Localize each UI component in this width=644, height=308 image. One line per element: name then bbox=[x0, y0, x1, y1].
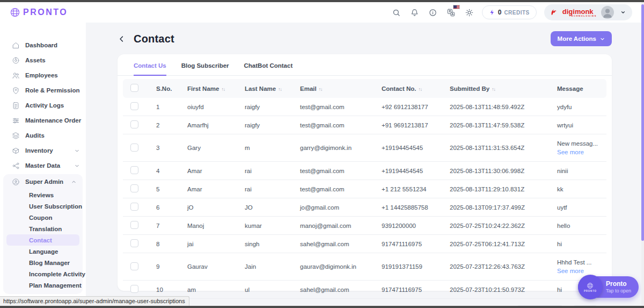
row-checkbox[interactable] bbox=[130, 166, 138, 174]
sidebar-item-audits[interactable]: Audits bbox=[0, 128, 86, 143]
cell-sno: 9 bbox=[149, 253, 180, 281]
more-actions-button[interactable]: More Actions bbox=[551, 31, 612, 46]
sidebar-item-activity-logs[interactable]: Activity Logs bbox=[0, 98, 86, 113]
sidebar-subitem-contact[interactable]: Contact bbox=[6, 234, 79, 246]
column-header[interactable]: Submitted By↑↓ bbox=[442, 79, 550, 98]
tab-blog-subscriber[interactable]: Blog Subscriber bbox=[181, 62, 229, 76]
sidebar-item-role-permission[interactable]: Role & Permission bbox=[0, 83, 86, 98]
chevron-down-icon[interactable] bbox=[618, 8, 628, 17]
cell-contact: +19194454545 bbox=[374, 162, 442, 180]
row-checkbox[interactable] bbox=[130, 239, 138, 247]
sort-icon[interactable]: ↑↓ bbox=[492, 87, 495, 92]
row-checkbox[interactable] bbox=[130, 144, 138, 152]
chevron-up-icon bbox=[71, 180, 76, 184]
sidebar-item-super-admin[interactable]: Super Admin bbox=[3, 174, 83, 189]
row-checkbox[interactable] bbox=[130, 203, 138, 211]
assets-icon bbox=[12, 56, 20, 65]
cell-contact: 917471116975 bbox=[374, 235, 442, 253]
credits-label: CREDITS bbox=[504, 10, 529, 16]
sidebar-subitem-reviews[interactable]: Reviews bbox=[6, 189, 79, 200]
bell-icon[interactable] bbox=[410, 8, 420, 17]
sidebar-subitem-incomplete-activity[interactable]: Incomplete Activity bbox=[6, 268, 79, 280]
app-logo[interactable]: PRONTO bbox=[10, 7, 68, 18]
select-all-header bbox=[123, 79, 149, 98]
cell-submitted: 2025-08-13T09:17:37.499Z bbox=[442, 198, 550, 217]
sort-icon[interactable]: ↑↓ bbox=[221, 87, 225, 92]
sidebar-subitem-language[interactable]: Language bbox=[6, 246, 79, 257]
back-button[interactable] bbox=[118, 34, 127, 44]
sidebar-subitem-coupon[interactable]: Coupon bbox=[6, 212, 79, 223]
sort-icon[interactable]: ↑↓ bbox=[278, 87, 282, 92]
sort-icon[interactable]: ↑↓ bbox=[419, 87, 422, 92]
cell-contact: 919191371159 bbox=[374, 253, 442, 281]
tab-bar: Contact UsBlog SubscriberChatBot Contact bbox=[118, 54, 612, 76]
select-all-checkbox[interactable] bbox=[130, 84, 138, 92]
sidebar-item-dashboard[interactable]: Dashboard bbox=[0, 38, 86, 53]
scrollbar-thumb[interactable] bbox=[641, 4, 644, 241]
avatar[interactable] bbox=[601, 6, 614, 19]
column-header[interactable]: Contact No.↑↓ bbox=[374, 79, 442, 98]
table-row: 8jaisinghsahel@gmail.com9174711169752025… bbox=[123, 235, 606, 253]
cell-submitted: 2025-08-13T11:29:10.831Z bbox=[442, 180, 550, 198]
table-row: 6jOJOjo@gmail.com+1 144258857582025-08-1… bbox=[123, 198, 606, 217]
cell-sno: 8 bbox=[149, 235, 180, 253]
cell-last-name: Jain bbox=[237, 253, 292, 281]
cell-submitted: 2025-08-13T11:47:59.538Z bbox=[442, 116, 550, 134]
cell-email: test@gmail.com bbox=[292, 116, 374, 134]
cell-message: ydyfu bbox=[550, 98, 606, 116]
sort-icon[interactable]: ↑↓ bbox=[319, 87, 323, 92]
table-row: 5Amarraitest@gmail.com+1 212 55512342025… bbox=[123, 180, 606, 198]
see-more-link[interactable]: See more bbox=[557, 149, 602, 155]
cell-submitted: 2025-08-13T11:30:06.998Z bbox=[442, 162, 550, 180]
cell-first-name: Amar bbox=[180, 162, 237, 180]
credits-badge[interactable]: 0 CREDITS bbox=[482, 5, 537, 19]
see-more-link[interactable]: See more bbox=[557, 268, 602, 274]
row-select-cell bbox=[123, 98, 149, 116]
cell-last-name: raigfy bbox=[237, 116, 292, 134]
main-content: Contact More Actions Contact UsBlog Subs… bbox=[86, 23, 644, 306]
chat-logo[interactable]: PRONTO bbox=[578, 275, 603, 299]
sidebar-subitem-blog-manager[interactable]: Blog Manager bbox=[6, 257, 79, 268]
sidebar-item-assets[interactable]: Assets bbox=[0, 53, 86, 68]
column-header[interactable]: First Name↑↓ bbox=[180, 79, 237, 98]
cell-sno: 3 bbox=[149, 134, 180, 162]
cell-message: ninii bbox=[550, 162, 606, 180]
tab-contact-us[interactable]: Contact Us bbox=[134, 62, 166, 76]
sidebar-subitem-user-subscription[interactable]: User Subscription bbox=[6, 200, 79, 212]
cell-email: jo@gmail.com bbox=[292, 198, 374, 217]
chat-launcher[interactable]: Pronto Tap to open PRONTO bbox=[578, 276, 639, 298]
page-scrollbar[interactable] bbox=[641, 2, 644, 306]
sidebar-item-master-data[interactable]: Master Data bbox=[0, 158, 86, 173]
cell-message: wrtyui bbox=[550, 116, 606, 134]
account-menu[interactable]: digimonk TECHNOLOGIES bbox=[544, 4, 632, 20]
sidebar-subitem-plan-management[interactable]: Plan Management bbox=[6, 280, 79, 291]
sidebar-item-inventory[interactable]: Inventory bbox=[0, 143, 86, 158]
row-checkbox[interactable] bbox=[130, 285, 138, 293]
row-select-cell bbox=[123, 134, 149, 162]
row-checkbox[interactable] bbox=[130, 120, 138, 128]
sidebar-item-employees[interactable]: Employees bbox=[0, 68, 86, 83]
row-checkbox[interactable] bbox=[130, 221, 138, 229]
sidebar-item-maintenance-order[interactable]: Maintenance Order bbox=[0, 113, 86, 128]
column-header[interactable]: Email↑↓ bbox=[292, 79, 374, 98]
tab-chatbot-contact[interactable]: ChatBot Contact bbox=[244, 62, 293, 76]
theme-icon[interactable] bbox=[465, 8, 474, 17]
activity-icon bbox=[12, 102, 20, 110]
superadmin-icon bbox=[12, 178, 20, 186]
row-checkbox[interactable] bbox=[130, 184, 138, 192]
row-checkbox[interactable] bbox=[130, 102, 138, 110]
credits-count: 0 bbox=[498, 9, 502, 16]
column-header[interactable]: Last Name↑↓ bbox=[237, 79, 292, 98]
cell-contact: 917471116975 bbox=[374, 281, 442, 299]
sidebar-subitem-translation[interactable]: Translation bbox=[6, 223, 79, 234]
lightning-icon bbox=[489, 9, 495, 16]
logo-text: PRONTO bbox=[23, 8, 68, 17]
cell-first-name: Gaurav bbox=[180, 253, 237, 281]
masterdata-icon bbox=[12, 162, 20, 170]
search-icon[interactable] bbox=[392, 8, 401, 17]
translate-icon[interactable] bbox=[447, 8, 456, 17]
cell-first-name: jai bbox=[180, 235, 237, 253]
row-checkbox[interactable] bbox=[130, 262, 138, 270]
cell-first-name: oiuyfd bbox=[180, 98, 237, 116]
info-icon[interactable] bbox=[428, 8, 438, 17]
